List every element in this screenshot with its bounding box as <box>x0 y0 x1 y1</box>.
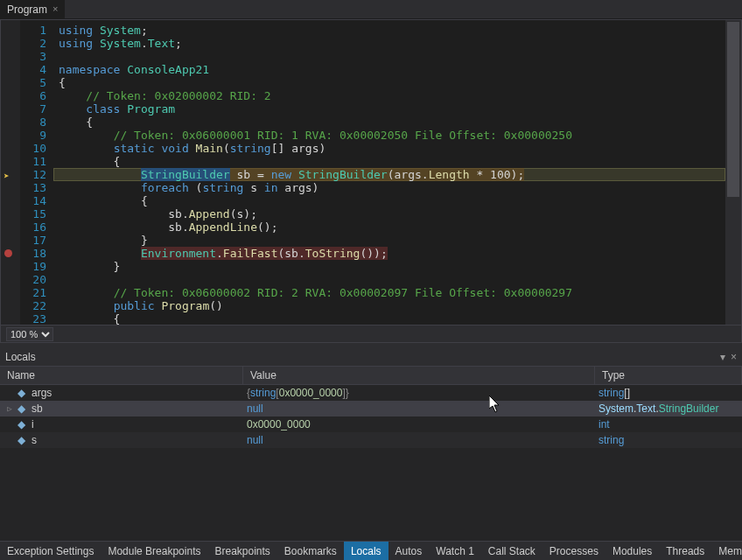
bottom-tab-call-stack[interactable]: Call Stack <box>481 542 542 561</box>
gutter-row[interactable] <box>1 181 20 194</box>
var-value[interactable]: 0x0000_0000 <box>243 418 595 430</box>
line-number: 4 <box>39 63 46 76</box>
expand-icon[interactable]: ▷ <box>5 404 14 413</box>
locals-row[interactable]: ◆snullstring <box>0 432 742 448</box>
line-number: 15 <box>32 207 46 220</box>
gutter-row[interactable] <box>1 273 20 286</box>
code-line[interactable]: namespace ConsoleApp21 <box>53 63 725 76</box>
code-line[interactable]: { <box>53 76 725 89</box>
code-line[interactable]: class Program <box>53 102 725 116</box>
gutter-row[interactable] <box>1 142 20 155</box>
bottom-tab-processes[interactable]: Processes <box>542 542 606 561</box>
bottom-tab-exception-settings[interactable]: Exception Settings <box>0 542 101 561</box>
code-line[interactable]: public Program() <box>53 299 725 312</box>
col-value[interactable]: Value <box>243 367 595 384</box>
gutter-row[interactable]: ➤ <box>1 168 20 181</box>
gutter-row[interactable] <box>1 260 20 273</box>
gutter-row[interactable] <box>1 50 20 63</box>
gutter-row[interactable] <box>1 24 20 37</box>
var-name: s <box>32 434 37 446</box>
locals-header: Locals ▾ × <box>0 348 742 366</box>
line-number: 17 <box>32 234 46 247</box>
code-editor[interactable]: ➤ 1234567891011121314151617181920212223 … <box>0 19 742 326</box>
bottom-tab-bookmarks[interactable]: Bookmarks <box>277 542 344 561</box>
pin-icon[interactable]: ▾ <box>720 351 725 363</box>
bottom-tab-memory-1[interactable]: Memory 1 <box>711 542 742 561</box>
var-value[interactable]: null <box>243 434 595 446</box>
code-line[interactable]: // Token: 0x02000002 RID: 2 <box>53 89 725 102</box>
line-number: 14 <box>32 194 46 207</box>
bottom-tab-autos[interactable]: Autos <box>388 542 430 561</box>
gutter[interactable]: ➤ <box>1 20 20 325</box>
code-line[interactable]: Environment.FailFast(sb.ToString()); <box>53 247 725 260</box>
code-line[interactable]: { <box>53 116 725 129</box>
gutter-row[interactable] <box>1 220 20 234</box>
code-line[interactable]: using System.Text; <box>53 37 725 50</box>
gutter-row[interactable] <box>1 299 20 312</box>
bottom-tab-locals[interactable]: Locals <box>344 542 388 561</box>
code-line[interactable]: } <box>53 260 725 273</box>
bottom-tab-threads[interactable]: Threads <box>659 542 711 561</box>
scrollbar-thumb[interactable] <box>727 22 739 197</box>
line-number: 22 <box>32 299 46 312</box>
gutter-row[interactable] <box>1 194 20 207</box>
gutter-row[interactable] <box>1 129 20 142</box>
gutter-row[interactable] <box>1 234 20 247</box>
code-line[interactable]: static void Main(string[] args) <box>53 142 725 155</box>
gutter-row[interactable] <box>1 286 20 299</box>
code-area[interactable]: using System;using System.Text;namespace… <box>53 20 725 325</box>
code-line[interactable]: foreach (string s in args) <box>53 181 725 194</box>
col-type[interactable]: Type <box>595 367 742 384</box>
bottom-tabbar: Exception SettingsModule BreakpointsBrea… <box>0 541 742 560</box>
code-line[interactable]: // Token: 0x06000002 RID: 2 RVA: 0x00002… <box>53 286 725 299</box>
code-line[interactable]: { <box>53 155 725 168</box>
code-line[interactable]: using System; <box>53 24 725 37</box>
bottom-tab-watch-1[interactable]: Watch 1 <box>429 542 481 561</box>
code-line[interactable]: // Token: 0x06000001 RID: 1 RVA: 0x00002… <box>53 129 725 142</box>
gutter-row[interactable] <box>1 63 20 76</box>
line-number: 9 <box>39 129 46 142</box>
gutter-row[interactable] <box>1 37 20 50</box>
gutter-row[interactable] <box>1 89 20 102</box>
locals-row[interactable]: ◆i0x0000_0000int <box>0 416 742 432</box>
locals-row[interactable]: ◆args{string[0x0000_0000]}string[] <box>0 385 742 401</box>
bottom-tab-module-breakpoints[interactable]: Module Breakpoints <box>101 542 207 561</box>
gutter-row[interactable] <box>1 155 20 168</box>
variable-icon: ◆ <box>18 435 28 445</box>
gutter-row[interactable] <box>1 102 20 116</box>
var-value[interactable]: null <box>243 402 595 415</box>
col-name[interactable]: Name <box>0 367 243 384</box>
var-value[interactable]: {string[0x0000_0000]} <box>243 387 595 399</box>
code-line[interactable]: } <box>53 234 725 247</box>
gutter-row[interactable] <box>1 312 20 326</box>
line-number: 18 <box>32 247 46 260</box>
locals-row[interactable]: ▷◆sbnullSystem.Text.StringBuilder <box>0 401 742 416</box>
gutter-row[interactable] <box>1 247 20 260</box>
var-type: int <box>595 418 742 430</box>
code-line[interactable] <box>53 273 725 286</box>
var-type: System.Text.StringBuilder <box>595 402 742 415</box>
gutter-row[interactable] <box>1 76 20 89</box>
line-number: 13 <box>32 181 46 194</box>
gutter-row[interactable] <box>1 207 20 220</box>
bottom-tab-breakpoints[interactable]: Breakpoints <box>207 542 276 561</box>
bottom-tab-modules[interactable]: Modules <box>606 542 659 561</box>
zoom-select[interactable]: 100 % <box>6 327 53 341</box>
editor-tab-label: Program <box>7 4 47 16</box>
editor-tab-program[interactable]: Program × <box>0 0 65 19</box>
gutter-row[interactable] <box>1 116 20 129</box>
code-line[interactable]: { <box>53 312 725 325</box>
close-icon[interactable]: × <box>52 4 58 14</box>
code-line[interactable] <box>53 50 725 63</box>
code-line[interactable]: sb.Append(s); <box>53 207 725 220</box>
variable-icon: ◆ <box>18 419 28 430</box>
code-line[interactable]: sb.AppendLine(); <box>53 220 725 234</box>
close-icon[interactable]: × <box>731 351 737 363</box>
editor-scrollbar[interactable] <box>725 20 741 325</box>
line-number: 11 <box>32 155 46 168</box>
line-number: 2 <box>39 37 46 50</box>
code-line[interactable]: { <box>53 194 725 207</box>
var-name: i <box>32 418 34 430</box>
line-numbers: 1234567891011121314151617181920212223 <box>20 20 53 325</box>
code-line[interactable]: StringBuilder sb = new StringBuilder(arg… <box>53 168 725 181</box>
